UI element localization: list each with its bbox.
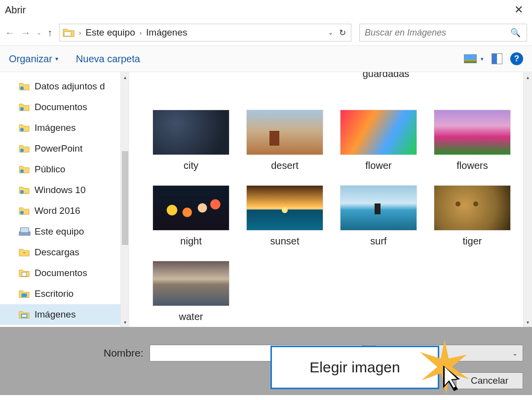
sidebar-item-images[interactable]: Imágenes [0,304,129,325]
back-arrow-icon[interactable]: ← [5,27,15,39]
content-scrollbar[interactable]: ▴ ▾ [523,72,532,327]
file-label: water [179,311,203,322]
folder-icon [19,144,30,153]
sidebar-header-label: Este equipo [35,226,84,237]
file-item[interactable]: tiger [425,185,519,247]
sidebar-item-label: Documentos [35,102,87,113]
file-thumbnail [434,185,511,231]
scroll-down-icon[interactable]: ▾ [121,317,129,327]
sidebar-item[interactable]: Documentos [19,97,129,118]
scroll-down-icon[interactable]: ▾ [524,317,532,327]
folder-icon [19,82,30,91]
sidebar-item[interactable]: Público [19,159,129,180]
folder-icon [63,27,75,38]
history-dropdown-icon[interactable]: ⌄ [37,29,41,36]
file-item[interactable]: sunset [238,185,332,247]
svg-point-6 [20,190,24,194]
sidebar-item-label: Descargas [35,247,79,258]
sidebar-item-label: PowerPoint [35,143,82,154]
close-icon[interactable]: ✕ [509,1,528,18]
sidebar-scrollbar[interactable]: ▴ ▾ [120,72,129,327]
sidebar-header-thispc[interactable]: Este equipo [8,221,129,242]
chevron-down-icon: ▾ [55,55,58,62]
preview-pane-icon[interactable] [492,53,502,64]
picture-icon [464,54,477,63]
file-label: night [180,236,201,247]
main-area: Datos adjuntos d Documentos Imágenes Pow… [0,72,532,327]
sidebar-item[interactable]: Windows 10 [19,180,129,200]
file-thumbnail [246,110,323,155]
file-label: sunset [270,236,300,247]
address-right: ⌄ ↻ [323,28,351,38]
svg-rect-9 [21,228,29,233]
sidebar-item[interactable]: Datos adjuntos d [19,76,129,97]
file-label: flowers [456,160,488,171]
up-arrow-icon[interactable]: ↑ [47,27,52,39]
sidebar-item-downloads[interactable]: Descargas [19,242,129,263]
folder-icon [19,206,30,215]
file-content-area: guardadas city desert flower flowers nig… [129,72,532,327]
view-mode-button[interactable]: ▾ [464,54,484,63]
scroll-up-icon[interactable]: ▴ [121,72,129,82]
sidebar-item[interactable]: Imágenes [19,118,129,138]
svg-point-2 [20,107,24,111]
help-icon[interactable]: ? [510,52,523,65]
file-thumbnail [246,185,323,231]
search-box[interactable]: 🔍 [359,24,527,41]
search-input[interactable] [360,28,504,38]
file-item[interactable]: water [144,261,238,322]
file-item[interactable]: night [144,185,238,247]
chevron-right-icon[interactable]: › [138,29,143,37]
file-item[interactable]: flower [332,110,425,171]
forward-arrow-icon[interactable]: → [21,27,31,39]
sidebar-item[interactable]: PowerPoint [19,138,129,159]
new-folder-button[interactable]: Nueva carpeta [76,53,140,65]
address-bar[interactable]: › Este equipo › Imágenes ⌄ ↻ [59,24,351,41]
new-folder-label: Nueva carpeta [76,53,140,65]
svg-rect-13 [22,315,26,317]
file-item[interactable]: desert [238,110,332,171]
window-title: Abrir [4,4,26,16]
sidebar-item-desktop[interactable]: Escritorio [19,283,129,304]
sidebar-item-label: Público [35,164,65,175]
scroll-up-icon[interactable]: ▴ [524,72,532,82]
svg-point-1 [20,86,24,90]
folder-icon [19,165,30,174]
refresh-icon[interactable]: ↻ [339,28,346,38]
svg-point-5 [20,169,24,173]
file-item[interactable]: surf [332,185,425,247]
folder-icon [19,103,30,112]
svg-point-3 [20,128,24,131]
file-label: surf [370,236,386,247]
organize-label: Organizar [9,53,52,65]
sidebar-item-label: Datos adjuntos d [35,81,105,92]
file-item[interactable]: flowers [425,110,519,171]
breadcrumb-seg[interactable]: Imágenes [146,27,187,38]
sidebar-item-documents[interactable]: Documentos [19,263,129,283]
desktop-icon [19,289,30,298]
sidebar-item[interactable]: Word 2016 [19,200,129,221]
search-icon[interactable]: 🔍 [504,28,527,38]
svg-rect-0 [64,32,71,36]
nav-row: ← → ⌄ ↑ › Este equipo › Imágenes ⌄ ↻ 🔍 [0,20,532,45]
cancel-label: Cancelar [471,375,508,386]
file-thumbnail [340,110,417,155]
folder-icon [19,123,30,132]
chevron-down-icon: ▾ [481,56,484,62]
cursor-highlight-icon [418,340,472,394]
chevron-down-icon[interactable]: ⌄ [328,29,333,36]
organize-button[interactable]: Organizar ▾ [9,53,58,65]
breadcrumb: › Este equipo › Imágenes [77,27,323,38]
file-grid: city desert flower flowers night sunset … [129,72,519,322]
svg-point-7 [20,211,24,214]
file-label: flower [365,160,391,171]
file-item[interactable]: city [144,110,238,171]
sidebar-item-label: Escritorio [35,288,74,299]
file-thumbnail [152,185,229,231]
chevron-down-icon: ⌄ [512,350,518,357]
breadcrumb-seg[interactable]: Este equipo [85,27,135,38]
file-label: desert [271,160,299,171]
scroll-thumb[interactable] [122,151,128,245]
chevron-right-icon[interactable]: › [77,29,82,37]
sidebar-item-label: Word 2016 [35,205,80,216]
